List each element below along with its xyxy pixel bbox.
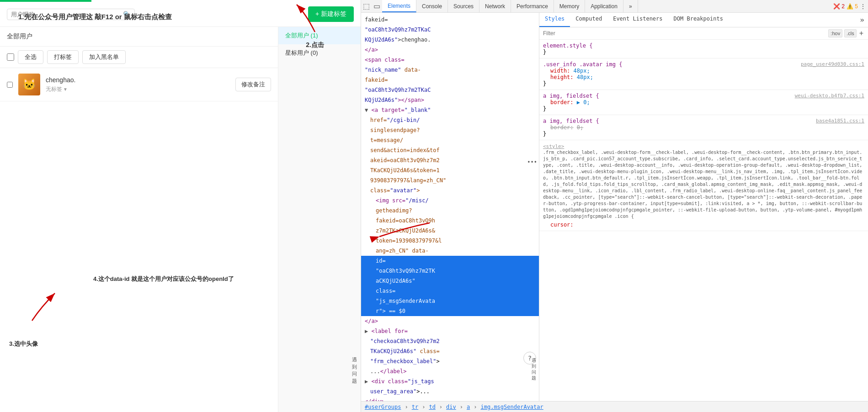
tag-arrow-icon: ▼	[63, 87, 68, 92]
dom-line: TKaCKQjU2dA6s&token=1	[361, 165, 539, 175]
tab-more[interactable]: »	[623, 0, 638, 12]
dom-line: KQjU2dA6s">chenghao.	[361, 35, 539, 45]
inspect-icon[interactable]: ⬚	[361, 1, 372, 11]
dom-line: t=message/	[361, 135, 539, 145]
styles-element-style: element.style { }	[539, 40, 868, 58]
dom-line: 93908379797&lang=zh_CN"	[361, 175, 539, 185]
tab-performance[interactable]: Performance	[511, 0, 554, 12]
dom-selected-line: aCKQjU2dA6s"	[361, 276, 539, 286]
tag-all-users[interactable]: 全部用户 (1)	[278, 27, 361, 44]
user-info: chenghao. 无标签 ▼	[46, 76, 230, 93]
devtools-panel: ⬚ ▭ Elements Console Sources Network Per…	[361, 0, 868, 412]
tab-network[interactable]: Network	[479, 0, 511, 12]
dom-selected-line: r"> == $0	[361, 306, 539, 316]
add-style-btn[interactable]: +	[858, 29, 864, 37]
tab-dom-breakpoints[interactable]: DOM Breakpoints	[668, 13, 729, 27]
breadcrumb-tr[interactable]: tr	[412, 404, 418, 410]
device-icon[interactable]: ▭	[372, 1, 382, 11]
dom-line: "frm_checkbox_label">	[361, 356, 539, 366]
wechat-panel: 1.先在公众号用户管理这 敲F12 or 鼠标右击点检查 2.点击 🔍 + 新建…	[0, 0, 361, 412]
styles-long-selector: .frm_checkbox_label, .weui-desktop-form_…	[543, 149, 864, 220]
select-all-checkbox[interactable]	[7, 53, 14, 61]
edit-note-button[interactable]: 修改备注	[235, 78, 271, 91]
search-box[interactable]: 🔍	[7, 9, 135, 20]
new-tag-button[interactable]: + 新建标签	[308, 6, 354, 22]
user-list-panel: 全部用户 全选 打标签 加入黑名单 🐱 chenghao.	[0, 27, 278, 412]
styles-long-section: <style> .frm_checkbox_label, .weui-deskt…	[539, 140, 868, 231]
dom-selected-line: class=	[361, 286, 539, 296]
dom-line: fakeid=	[361, 15, 539, 25]
dom-line: TKaCKQjU2dA6s" class=	[361, 346, 539, 356]
dom-line: <span class=	[361, 55, 539, 65]
arrow-3-svg	[23, 284, 78, 330]
tab-sources[interactable]: Sources	[448, 0, 479, 12]
breadcrumb-usergroups[interactable]: #userGroups	[365, 404, 401, 410]
tab-event-listeners[interactable]: Event Listeners	[607, 13, 668, 27]
dom-line: ▶ <label for=	[361, 326, 539, 336]
select-all-button[interactable]: 全选	[18, 50, 43, 64]
user-actions: 全选 打标签 加入黑名单	[0, 47, 278, 68]
dom-line: <img src="/misc/	[361, 195, 539, 206]
bottom-bar: #userGroups › tr › td › div › a › img.ms…	[361, 401, 868, 412]
blacklist-button[interactable]: 加入黑名单	[82, 50, 126, 64]
tab-styles[interactable]: Styles	[539, 13, 570, 27]
avatar: 🐱	[18, 74, 40, 95]
dom-line: z7m2TKaCKQjU2dA6s&	[361, 226, 539, 236]
dom-line: "checkoaC8ht3vQ9hz7m2	[361, 336, 539, 346]
cls-button[interactable]: .cls	[844, 29, 857, 37]
breadcrumb-div[interactable]: div	[446, 404, 456, 410]
main-container: 1.先在公众号用户管理这 敲F12 or 鼠标右击点检查 2.点击 🔍 + 新建…	[0, 0, 868, 412]
dom-line: send&action=index&tof	[361, 145, 539, 155]
user-name: chenghao.	[46, 76, 230, 84]
dom-line: "oaC8ht3vQ9hz7m2TKaC	[361, 25, 539, 35]
breadcrumb-td[interactable]: td	[429, 404, 435, 410]
dom-more-btn[interactable]: •••	[527, 159, 537, 165]
help-text: 遇到问题	[352, 356, 357, 385]
dom-panel: fakeid= "oaC8ht3vQ9hz7m2TKaC KQjU2dA6s">…	[361, 13, 539, 401]
styles-panel: Styles Computed Event Listeners DOM Brea…	[539, 13, 868, 401]
dom-line: href="/cgi-bin/	[361, 115, 539, 125]
tab-elements[interactable]: Elements	[382, 0, 416, 12]
styles-rule: element.style {	[543, 42, 864, 49]
user-list-header: 全部用户	[0, 27, 278, 47]
breadcrumb-a[interactable]: a	[467, 404, 470, 410]
tab-application[interactable]: Application	[585, 0, 623, 12]
dom-line: user_tag_area">...	[361, 386, 539, 396]
dom-selected-line: "oaC8ht3vQ9hz7m2TK	[361, 266, 539, 276]
warn-badge: ⚠️ 5	[847, 3, 858, 10]
tab-console[interactable]: Console	[416, 0, 448, 12]
dom-selected-line: "js_msgSenderAvata	[361, 296, 539, 306]
styles-filter-input[interactable]	[543, 30, 826, 37]
search-input[interactable]	[11, 11, 123, 18]
dom-line: </div>	[361, 396, 539, 401]
dom-line: "nick_name" data-	[361, 65, 539, 75]
dom-line: token=193908379797&l	[361, 236, 539, 246]
dom-line: ▶ <div class="js_tags	[361, 376, 539, 386]
dom-line: akeid=oaC8ht3vQ9hz7m2	[361, 155, 539, 165]
instruction-3: 3.选中头像	[9, 340, 38, 348]
dom-line: ▼ <a target="_blank"	[361, 105, 539, 115]
dom-line: fakeid=oaC8ht3vQ9h	[361, 216, 539, 226]
dom-line: singlesendpage?	[361, 125, 539, 135]
tag-sidebar: 全部用户 (1) 星标用户 (0) 遇到问题	[278, 27, 361, 412]
dom-line: </a>	[361, 316, 539, 326]
tag-starred[interactable]: 星标用户 (0)	[278, 44, 361, 62]
styles-avatar-img: .user_info .avatar img { page_user49d030…	[539, 58, 868, 90]
dom-tools: 遇到问题	[352, 356, 357, 385]
hov-button[interactable]: :hov	[828, 29, 842, 37]
wechat-header: 🔍 + 新建标签	[0, 2, 361, 27]
styles-tabs: Styles Computed Event Listeners DOM Brea…	[539, 13, 868, 27]
devtools-body: fakeid= "oaC8ht3vQ9hz7m2TKaC KQjU2dA6s">…	[361, 13, 868, 401]
dom-line: "oaC8ht3vQ9hz7m2TKaC	[361, 85, 539, 95]
user-checkbox[interactable]	[7, 82, 13, 88]
expand-styles-btn[interactable]: »	[856, 13, 868, 27]
tab-computed[interactable]: Computed	[570, 13, 607, 27]
tab-memory[interactable]: Memory	[554, 0, 585, 12]
tag-button[interactable]: 打标签	[47, 50, 79, 64]
breadcrumb-img[interactable]: img.msgSenderAvatar	[480, 404, 543, 410]
settings-icon[interactable]: ⋮	[858, 2, 868, 11]
devtools-tabs: ⬚ ▭ Elements Console Sources Network Per…	[361, 0, 868, 13]
dom-line: fakeid=	[361, 75, 539, 85]
search-button[interactable]: 🔍	[123, 11, 131, 18]
dom-line: KQjU2dA6s"></span>	[361, 95, 539, 105]
